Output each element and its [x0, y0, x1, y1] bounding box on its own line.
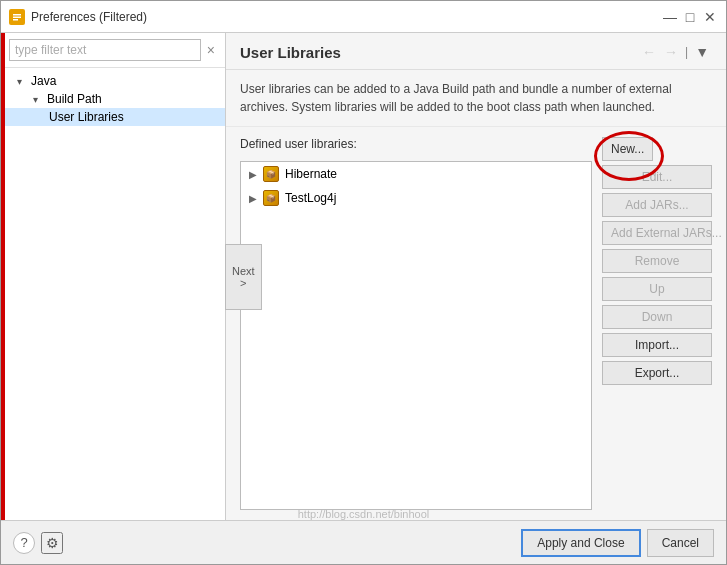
help-button[interactable]: ? [13, 532, 35, 554]
content-area: × ▾ Java ▾ Build Path User Libraries Nex… [1, 33, 726, 520]
import-button[interactable]: Import... [602, 333, 712, 357]
window-title: Preferences (Filtered) [31, 10, 147, 24]
nav-dropdown-button[interactable]: ▼ [692, 43, 712, 61]
next-button[interactable]: Next > [225, 244, 262, 310]
preferences-window: Preferences (Filtered) — □ ✕ × ▾ Java [0, 0, 727, 565]
filter-area: × [1, 33, 225, 68]
nav-divider: | [685, 45, 688, 59]
bottom-left: ? ⚙ [13, 532, 63, 554]
left-panel: × ▾ Java ▾ Build Path User Libraries Nex… [1, 33, 226, 520]
add-external-jars-button[interactable]: Add External JARs... [602, 221, 712, 245]
cancel-button[interactable]: Cancel [647, 529, 714, 557]
chevron-icon: ▶ [249, 169, 257, 180]
list-item[interactable]: ▶ 📦 TestLog4j [241, 186, 591, 210]
libraries-list: ▶ 📦 Hibernate ▶ 📦 TestLog4j [240, 161, 592, 510]
section-label: Defined user libraries: [240, 137, 592, 151]
lib-icon: 📦 [263, 166, 279, 182]
lib-icon: 📦 [263, 190, 279, 206]
library-name: TestLog4j [285, 191, 336, 205]
right-description: User libraries can be added to a Java Bu… [226, 70, 726, 127]
down-button[interactable]: Down [602, 305, 712, 329]
svg-rect-2 [13, 16, 21, 18]
tree-item-label: User Libraries [49, 110, 124, 124]
right-header: User Libraries ← → | ▼ [226, 33, 726, 70]
settings-button[interactable]: ⚙ [41, 532, 63, 554]
title-controls: — □ ✕ [662, 9, 718, 25]
tree-item-label: Build Path [47, 92, 102, 106]
tree-item-build-path[interactable]: ▾ Build Path [1, 90, 225, 108]
edit-button[interactable]: Edit... [602, 165, 712, 189]
right-content: Defined user libraries: ▶ 📦 Hibernate ▶ … [226, 127, 726, 520]
left-border-decoration [1, 33, 5, 520]
export-button[interactable]: Export... [602, 361, 712, 385]
list-item[interactable]: ▶ 📦 Hibernate [241, 162, 591, 186]
chevron-icon: ▶ [249, 193, 257, 204]
maximize-button[interactable]: □ [682, 9, 698, 25]
right-panel-title: User Libraries [240, 44, 341, 61]
apply-close-button[interactable]: Apply and Close [521, 529, 640, 557]
tree-item-user-libraries[interactable]: User Libraries [1, 108, 225, 126]
up-button[interactable]: Up [602, 277, 712, 301]
svg-rect-3 [13, 19, 18, 21]
library-name: Hibernate [285, 167, 337, 181]
new-button[interactable]: New... [602, 137, 653, 161]
nav-arrows: ← → | ▼ [639, 43, 712, 61]
title-bar: Preferences (Filtered) — □ ✕ [1, 1, 726, 33]
remove-button[interactable]: Remove [602, 249, 712, 273]
nav-back-button[interactable]: ← [639, 43, 659, 61]
add-jars-button[interactable]: Add JARs... [602, 193, 712, 217]
libraries-section: Defined user libraries: ▶ 📦 Hibernate ▶ … [240, 137, 592, 510]
window-icon [9, 9, 25, 25]
nav-forward-button[interactable]: → [661, 43, 681, 61]
svg-rect-1 [13, 14, 21, 16]
title-bar-left: Preferences (Filtered) [9, 9, 147, 25]
filter-input[interactable] [9, 39, 201, 61]
bottom-bar: ? ⚙ Apply and Close Cancel [1, 520, 726, 564]
chevron-icon: ▾ [33, 94, 43, 105]
tree-area: ▾ Java ▾ Build Path User Libraries [1, 68, 225, 520]
chevron-icon: ▾ [17, 76, 27, 87]
tree-item-label: Java [31, 74, 56, 88]
minimize-button[interactable]: — [662, 9, 678, 25]
filter-clear-icon[interactable]: × [205, 42, 217, 58]
close-button[interactable]: ✕ [702, 9, 718, 25]
new-btn-wrapper: New... [602, 137, 712, 161]
tree-item-java[interactable]: ▾ Java [1, 72, 225, 90]
right-panel: User Libraries ← → | ▼ User libraries ca… [226, 33, 726, 520]
bottom-right: Apply and Close Cancel [521, 529, 714, 557]
action-buttons-panel: New... Edit... Add JARs... Add External … [602, 137, 712, 510]
